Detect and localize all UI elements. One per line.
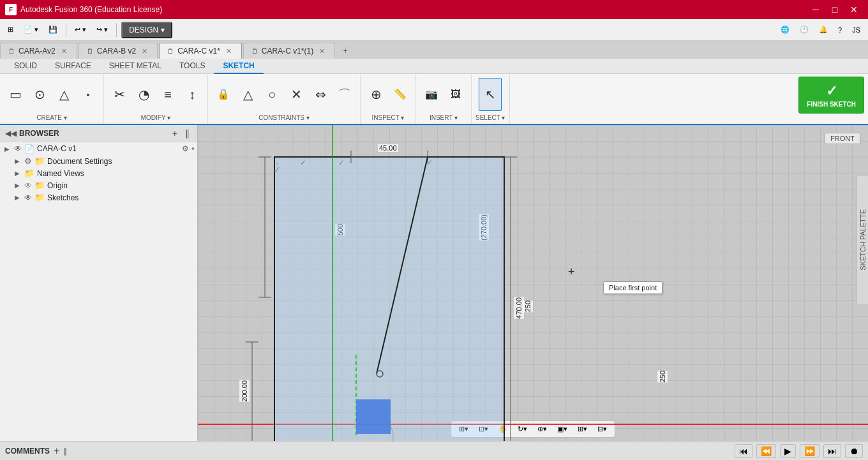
modify-label: MODIFY ▾ <box>141 113 170 121</box>
expand-sketches[interactable]: ▶ <box>13 193 22 202</box>
tab-solid[interactable]: SOLID <box>5 59 46 74</box>
triangle-tool[interactable]: △ <box>52 78 75 111</box>
sketch-palette[interactable]: SKETCH PALETTE <box>857 176 868 304</box>
tangent-tool[interactable]: ⌒ <box>333 78 356 111</box>
nav-end-button[interactable]: ⏭ <box>823 444 841 458</box>
mirror-tool[interactable]: ⇔ <box>309 78 332 111</box>
tree-item-doc-settings[interactable]: ▶ ⚙ 📁 Document Settings <box>0 155 197 167</box>
browser-collapse-icon[interactable]: ◀◀ <box>5 129 17 138</box>
tab-close4[interactable]: ✕ <box>317 47 327 56</box>
eye-icon-root[interactable]: 👁 <box>14 144 22 153</box>
eye-icon-origin[interactable]: 👁 <box>24 181 32 190</box>
select-label: SELECT ▾ <box>475 113 505 121</box>
bottom-bar: COMMENTS + ‖ ⏮ ⏪ ▶ ⏩ ⏭ ⏺ <box>0 441 868 460</box>
web-button[interactable]: 🌐 <box>777 23 793 36</box>
tree-item-named-views[interactable]: ▶ 📁 Named Views <box>0 167 197 179</box>
canvas-area[interactable]: ✓ ⌒ ✓ ✓ ✓ ✓ ✓ ✓ 500 750 1000 45.00 500 (… <box>198 125 868 441</box>
nav-play-button[interactable]: ▶ <box>780 444 796 458</box>
tree-item-sketches[interactable]: ▶ 👁 📁 Sketches <box>0 191 197 204</box>
notifications-button[interactable]: 🔔 <box>815 23 832 36</box>
tab-cara-av2[interactable]: 🗒 CARA-Av2 ✕ <box>0 43 77 59</box>
measure-tool[interactable]: ⊕ <box>364 78 387 111</box>
settings-icon-root[interactable]: ⚙ <box>182 144 189 153</box>
insert-canvas-tool[interactable]: 🖼 <box>444 78 467 111</box>
nav-next-button[interactable]: ⏩ <box>800 444 819 458</box>
ruler-tool[interactable]: 📏 <box>389 78 412 111</box>
tangent-icon: ⌒ <box>338 88 351 101</box>
tree-label-origin: Origin <box>47 181 68 190</box>
tab-sketch[interactable]: SKETCH <box>214 59 263 74</box>
point-icon: ▪ <box>87 90 90 99</box>
browser-collapse-btn[interactable]: ‖ <box>183 128 192 139</box>
sketch-svg: ✓ ⌒ ✓ ✓ ✓ ✓ ✓ ✓ 500 750 1000 <box>198 125 868 441</box>
undo-button[interactable]: ↩ ▾ <box>71 23 90 36</box>
save-button[interactable]: 💾 <box>45 23 61 36</box>
point-tool[interactable]: ▪ <box>77 78 100 111</box>
comments-section: COMMENTS + ‖ <box>5 445 366 457</box>
tab-cara-bv2[interactable]: 🗒 CARA-B v2 ✕ <box>79 43 158 59</box>
extend-tool[interactable]: ↕ <box>181 78 204 111</box>
tab-cara-cv1[interactable]: 🗒 CARA-C v1* ✕ <box>159 43 242 59</box>
redo-button[interactable]: ↪ ▾ <box>93 23 112 36</box>
insert-tools: 📷 🖼 <box>420 77 467 112</box>
expand-root[interactable]: ▶ <box>3 144 11 153</box>
record-button[interactable]: ⏺ <box>845 444 863 458</box>
svg-text:✓: ✓ <box>338 158 345 167</box>
expand-named-views[interactable]: ▶ <box>13 169 22 178</box>
browser-expand-btn[interactable]: + <box>170 128 180 139</box>
tab-surface[interactable]: SURFACE <box>46 59 100 74</box>
extend-icon: ↕ <box>189 88 195 101</box>
finish-check-icon: ✓ <box>826 83 837 100</box>
triangle2-tool[interactable]: △ <box>236 78 259 111</box>
app-icon: F <box>5 4 17 15</box>
finish-sketch-button[interactable]: ✓ FINISH SKETCH <box>798 77 864 114</box>
insert-img-tool[interactable]: 📷 <box>420 78 443 111</box>
tree-item-origin[interactable]: ▶ 👁 📁 Origin <box>0 179 197 191</box>
history-button[interactable]: 🕐 <box>796 23 812 36</box>
user-button[interactable]: JS <box>848 24 864 36</box>
tab-close2[interactable]: ✕ <box>140 47 149 56</box>
arc-tool[interactable]: ◔ <box>132 78 155 111</box>
scissors-tool[interactable]: ✂ <box>108 78 131 111</box>
folder-icon-named: 📁 <box>24 168 34 178</box>
nav-prev-button[interactable]: ⏪ <box>756 444 776 458</box>
eye-icon-sketches[interactable]: 👁 <box>24 193 32 202</box>
circle2-tool[interactable]: ○ <box>260 78 283 111</box>
circle2-icon: ○ <box>268 88 276 101</box>
tab-cara-cv1-1[interactable]: 🗒 CARA-C v1*(1) ✕ <box>243 43 335 59</box>
select-tool[interactable]: ↖ <box>479 78 502 111</box>
comments-expand[interactable]: ‖ <box>63 447 67 456</box>
cross-tool[interactable]: ✕ <box>285 78 308 111</box>
tab-close3[interactable]: ✕ <box>224 47 234 56</box>
maximize-button[interactable]: □ <box>826 3 844 17</box>
add-comment-button[interactable]: + <box>54 445 59 457</box>
ribbon-section-create: ▭ ⊙ △ ▪ CREATE ▾ <box>0 74 104 124</box>
tab-tools[interactable]: TOOLS <box>170 59 214 74</box>
tab-close[interactable]: ✕ <box>59 47 69 56</box>
tree-label-named-views: Named Views <box>37 169 84 178</box>
ribbon-tabs-row: SOLID SURFACE SHEET METAL TOOLS SKETCH <box>0 59 868 74</box>
circle-construct-tool[interactable]: ⊙ <box>28 78 51 111</box>
tree-label-sketches: Sketches <box>47 193 79 202</box>
rectangle-tool[interactable]: ▭ <box>4 78 27 111</box>
tab-icon2: 🗒 <box>87 48 93 55</box>
file-button[interactable]: 📄 ▾ <box>20 23 42 36</box>
design-button[interactable]: DESIGN ▾ <box>121 22 172 38</box>
circle-construct-icon: ⊙ <box>34 88 45 101</box>
create-tools: ▭ ⊙ △ ▪ <box>4 77 100 112</box>
dot-icon-root[interactable]: • <box>191 144 195 154</box>
minimize-button[interactable]: ─ <box>807 3 825 17</box>
close-button[interactable]: ✕ <box>845 3 863 17</box>
tree-item-root[interactable]: ▶ 👁 📄 CARA-C v1 ⚙ • <box>0 142 197 155</box>
help-button[interactable]: ? <box>834 24 846 36</box>
expand-origin[interactable]: ▶ <box>13 181 22 190</box>
expand-doc-settings[interactable]: ▶ <box>13 157 22 166</box>
grid-button[interactable]: ⊞ <box>4 23 17 36</box>
offset-tool[interactable]: ≡ <box>156 78 179 111</box>
new-tab-button[interactable]: + <box>336 43 354 59</box>
tab-sheet-metal[interactable]: SHEET METAL <box>100 59 170 74</box>
rectangle-icon: ▭ <box>10 88 22 101</box>
lock-tool[interactable]: 🔒 <box>212 78 235 111</box>
nav-start-button[interactable]: ⏮ <box>735 444 752 458</box>
measure-icon: ⊕ <box>371 88 382 101</box>
